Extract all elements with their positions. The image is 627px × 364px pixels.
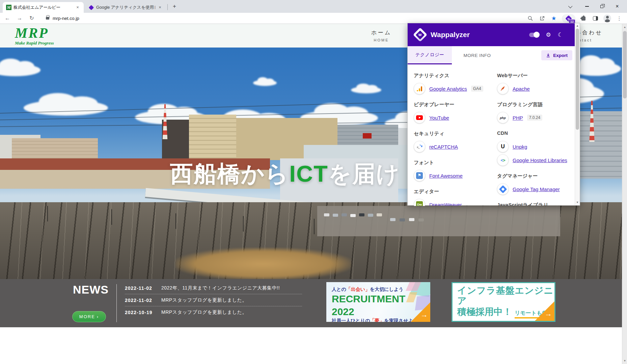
news-item[interactable]: 2022-11-02 2022年、11月末まで！インフラエンジニア大募集中!! bbox=[125, 282, 302, 294]
profile-avatar[interactable] bbox=[603, 14, 611, 22]
mrp-logo-text: MRP bbox=[15, 26, 54, 40]
tab-technologies[interactable]: テクノロジー bbox=[408, 46, 452, 64]
close-window-button[interactable]: × bbox=[609, 0, 625, 13]
minimize-button[interactable] bbox=[579, 0, 595, 13]
catenary-mast bbox=[243, 216, 244, 232]
category-label: エディター bbox=[414, 188, 497, 195]
tab-close-icon[interactable]: × bbox=[157, 5, 163, 10]
tech-item: Google Analytics GA4 bbox=[414, 83, 497, 95]
tab-title: Google アナリティクスを使用してい bbox=[96, 5, 155, 10]
infra-banner[interactable]: インフラ基盤エンジニア 積極採用中！ リモートもOK! 募集期間：2022年11… bbox=[452, 282, 555, 322]
nav-item-home[interactable]: ホーム HOME bbox=[366, 29, 397, 42]
wappalyzer-logo-icon: w bbox=[413, 28, 427, 42]
more-label: MORE bbox=[79, 314, 95, 319]
news-item[interactable]: 2022-10-19 MRPスタッフブログを更新しました。 bbox=[125, 306, 302, 318]
tab-search-button[interactable] bbox=[563, 0, 578, 13]
nav-home-label-en: HOME bbox=[366, 38, 397, 42]
back-button[interactable]: ← bbox=[3, 13, 12, 23]
headline-post: を届け bbox=[328, 161, 400, 186]
gear-icon[interactable]: ⚙ bbox=[546, 32, 551, 38]
tech-link-recaptcha[interactable]: reCAPTCHA bbox=[429, 144, 458, 150]
font-awesome-icon: ⚑ bbox=[414, 170, 425, 181]
mrp-logo[interactable]: MRP Make Rapid Progress bbox=[15, 26, 54, 46]
more-arrow-icon: › bbox=[97, 314, 99, 319]
tab-more-info[interactable]: MORE INFO bbox=[452, 46, 502, 64]
category-label: セキュリティ bbox=[414, 130, 497, 137]
popup-scrollbar[interactable]: ▲ ▼ bbox=[575, 23, 580, 205]
tech-item: Google Tag Manager bbox=[497, 183, 575, 195]
category-label: CDN bbox=[497, 130, 575, 137]
tab-wappalyzer-docs[interactable]: Google アナリティクスを使用してい × bbox=[85, 2, 166, 13]
tab-strip: M 株式会社エムアールピー × Google アナリティクスを使用してい × +… bbox=[0, 0, 627, 13]
tech-item: reCAPTCHA bbox=[414, 141, 497, 153]
extensions-puzzle-icon[interactable] bbox=[580, 15, 587, 22]
wappalyzer-header-actions: ⚙ ☾ bbox=[529, 32, 563, 38]
tech-link-google-tag-manager[interactable]: Google Tag Manager bbox=[513, 186, 560, 192]
news-date: 2022-11-02 bbox=[125, 298, 161, 303]
next-section bbox=[0, 327, 622, 364]
scroll-down-icon[interactable]: ▼ bbox=[575, 200, 580, 205]
page-scrollbar-thumb[interactable] bbox=[623, 31, 627, 98]
tech-group-security: セキュリティ reCAPTCHA bbox=[414, 130, 497, 153]
page-scrollbar[interactable]: ▲ ▼ bbox=[622, 24, 627, 364]
scroll-up-icon[interactable]: ▲ bbox=[575, 24, 580, 28]
tab-mrp[interactable]: M 株式会社エムアールピー × bbox=[3, 2, 84, 13]
news-item[interactable]: 2022-11-02 MRPスタッフブログを更新しました。 bbox=[125, 294, 302, 306]
wappalyzer-extension-button[interactable]: w 12 bbox=[562, 14, 575, 23]
tech-group-font: フォント ⚑ Font Awesome bbox=[414, 159, 497, 182]
recaptcha-icon bbox=[414, 141, 425, 152]
tech-group-cdn: CDN U Unpkg <> Google Hosted Libraries bbox=[497, 130, 575, 166]
tech-link-dreamweaver[interactable]: DreamWeaver bbox=[429, 202, 462, 206]
tech-link-unpkg[interactable]: Unpkg bbox=[513, 144, 527, 150]
scroll-down-icon[interactable]: ▼ bbox=[622, 358, 627, 363]
category-label: JavaScriptライブラリ bbox=[497, 202, 575, 206]
text-em: 「出会い」 bbox=[346, 286, 370, 292]
scroll-up-icon[interactable]: ▲ bbox=[622, 25, 627, 30]
side-panel-icon[interactable] bbox=[592, 15, 599, 22]
tech-item: <> Google Hosted Libraries bbox=[497, 154, 575, 166]
tech-link-apache[interactable]: Apache bbox=[513, 86, 530, 92]
apache-icon bbox=[497, 83, 509, 94]
tab-close-icon[interactable]: × bbox=[75, 5, 80, 10]
cloud bbox=[24, 100, 108, 116]
category-label: ビデオプレーヤー bbox=[414, 101, 497, 108]
forward-button[interactable]: → bbox=[15, 13, 24, 23]
address-bar[interactable]: mrp-net.co.jp bbox=[53, 16, 79, 21]
toolbar-actions: ★ w 12 ⋮ bbox=[526, 13, 623, 24]
share-icon[interactable] bbox=[538, 15, 546, 22]
export-label: Export bbox=[553, 53, 568, 58]
zoom-icon[interactable] bbox=[526, 15, 534, 22]
arrow-right-icon: → bbox=[420, 310, 428, 319]
version-badge: 7.0.24 bbox=[527, 115, 542, 121]
dark-mode-moon-icon[interactable]: ☾ bbox=[558, 32, 563, 38]
wappalyzer-title: Wappalyzer bbox=[431, 31, 529, 39]
restore-button[interactable] bbox=[594, 0, 609, 13]
catenary-mast bbox=[314, 219, 315, 234]
tech-item: YouTube bbox=[414, 112, 497, 124]
export-button[interactable]: Export bbox=[541, 50, 572, 60]
tech-group-tag-manager: タグマネージャー Google Tag Manager bbox=[497, 173, 575, 195]
tech-item: ⚑ Font Awesome bbox=[414, 170, 497, 182]
enable-toggle[interactable] bbox=[529, 33, 539, 37]
text: 人との bbox=[332, 286, 346, 292]
reload-button[interactable]: ↻ bbox=[27, 13, 36, 23]
bookmark-star-icon[interactable]: ★ bbox=[550, 15, 557, 22]
news-more-button[interactable]: MORE › bbox=[72, 311, 106, 322]
news-date: 2022-10-19 bbox=[125, 310, 161, 315]
mrp-logo-tagline: Make Rapid Progress bbox=[15, 40, 54, 46]
tech-link-font-awesome[interactable]: Font Awesome bbox=[429, 173, 463, 179]
banner-title: インフラ基盤エンジニア bbox=[457, 286, 554, 306]
popup-scrollbar-thumb[interactable] bbox=[576, 29, 579, 130]
tech-link-google-analytics[interactable]: Google Analytics bbox=[429, 86, 467, 92]
tech-link-google-hosted-libraries[interactable]: Google Hosted Libraries bbox=[513, 157, 567, 163]
recruitment-banner[interactable]: 人との「出会い」を大切にしよう RECRUITMENT 2022 社員一人ひとり… bbox=[326, 282, 430, 322]
browser-menu-icon[interactable]: ⋮ bbox=[616, 15, 623, 22]
tech-link-php[interactable]: PHP bbox=[513, 115, 523, 121]
new-tab-button[interactable]: + bbox=[171, 3, 178, 10]
lock-icon[interactable] bbox=[46, 17, 49, 20]
tech-link-youtube[interactable]: YouTube bbox=[429, 115, 449, 121]
news-text: MRPスタッフブログを更新しました。 bbox=[161, 297, 247, 303]
news-title: NEWS bbox=[73, 283, 109, 296]
building-sign bbox=[363, 133, 372, 139]
google-hosted-libraries-icon: <> bbox=[497, 154, 509, 166]
